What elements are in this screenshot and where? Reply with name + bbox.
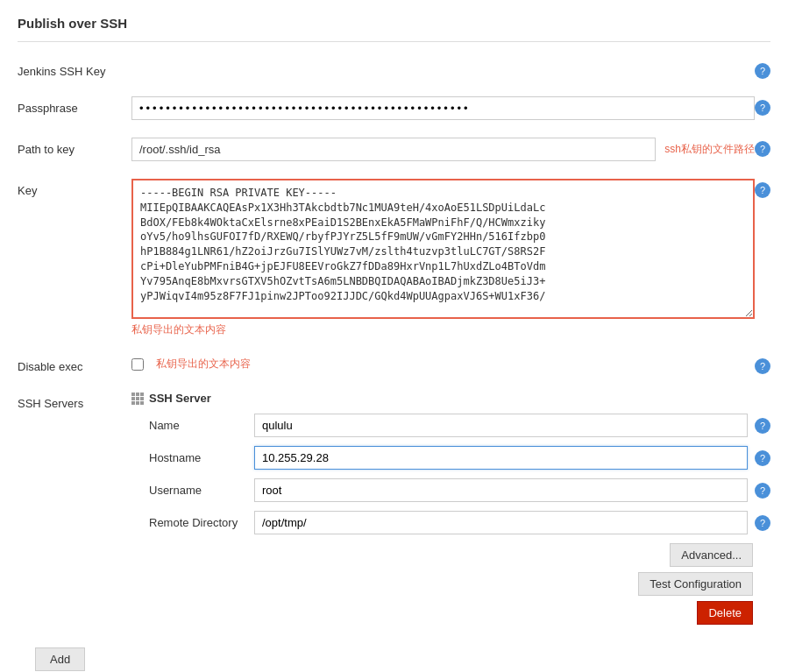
path-input-wrap: ssh私钥的文件路径 [131, 138, 755, 161]
ssh-username-input[interactable] [254, 478, 748, 502]
add-button-wrap: Add [18, 639, 770, 671]
ssh-server-header: SSH Server [131, 392, 770, 405]
passphrase-label: Passphrase [18, 96, 131, 115]
ssh-name-label: Name [149, 419, 254, 432]
disable-exec-control: 私钥导出的文本内容 [131, 355, 755, 371]
path-to-key-hint: ssh私钥的文件路径 [664, 142, 755, 157]
grid-icon [131, 393, 144, 405]
key-control: -----BEGIN RSA PRIVATE KEY----- MIIEpQIB… [131, 179, 755, 337]
delete-button[interactable]: Delete [697, 601, 753, 625]
key-label: Key [18, 179, 131, 197]
key-hint: 私钥导出的文本内容 [131, 322, 226, 337]
ssh-name-input[interactable] [254, 414, 748, 437]
ssh-name-row: Name ? [149, 414, 770, 437]
disable-exec-label: Disable exec [18, 355, 131, 373]
ssh-remote-dir-input[interactable] [254, 511, 748, 534]
ssh-hostname-row: Hostname ? [149, 446, 770, 470]
ssh-remote-dir-help-icon[interactable]: ? [755, 515, 770, 531]
advanced-button[interactable]: Advanced... [670, 543, 753, 567]
ssh-username-label: Username [149, 484, 254, 497]
passphrase-control [131, 96, 755, 120]
ssh-form-content: SSH Server Name ? Hostname ? [131, 392, 770, 625]
ssh-username-row: Username ? [149, 478, 770, 502]
passphrase-help-icon[interactable]: ? [755, 100, 770, 116]
path-to-key-help-icon[interactable]: ? [755, 141, 770, 157]
ssh-remote-dir-row: Remote Directory ? [149, 511, 770, 534]
ssh-servers-control: SSH Server Name ? Hostname ? [131, 392, 770, 625]
ssh-server-label-text: SSH Server [149, 392, 211, 405]
jenkins-ssh-key-label: Jenkins SSH Key [18, 60, 131, 78]
disable-exec-row: Disable exec 私钥导出的文本内容 ? [18, 351, 770, 378]
ssh-remote-dir-label: Remote Directory [149, 516, 254, 529]
disable-exec-help-icon[interactable]: ? [755, 358, 770, 374]
ssh-name-help-icon[interactable]: ? [755, 418, 770, 434]
path-to-key-label: Path to key [18, 138, 131, 156]
disable-exec-hint: 私钥导出的文本内容 [156, 357, 251, 371]
disable-exec-checkbox-wrap: 私钥导出的文本内容 [131, 355, 251, 371]
page-title: Publish over SSH [18, 9, 770, 42]
jenkins-ssh-key-row: Jenkins SSH Key ? [18, 56, 770, 82]
disable-exec-checkbox[interactable] [131, 358, 144, 371]
key-row: Key -----BEGIN RSA PRIVATE KEY----- MIIE… [18, 175, 770, 341]
path-to-key-input[interactable] [131, 138, 656, 161]
ssh-hostname-label: Hostname [149, 451, 254, 464]
ssh-username-help-icon[interactable]: ? [755, 483, 770, 499]
add-button[interactable]: Add [35, 647, 85, 671]
ssh-action-buttons: Advanced... Test Configuration Delete [131, 543, 753, 625]
ssh-hostname-input[interactable] [254, 446, 748, 470]
path-to-key-control: ssh私钥的文件路径 [131, 138, 755, 161]
ssh-sub-form: Name ? Hostname ? Username ? [149, 414, 770, 534]
key-help-icon[interactable]: ? [755, 182, 770, 198]
ssh-servers-label: SSH Servers [18, 392, 131, 410]
passphrase-input[interactable] [131, 96, 755, 120]
ssh-servers-row: SSH Servers SSH Server Name ? [18, 388, 770, 628]
path-to-key-row: Path to key ssh私钥的文件路径 ? [18, 134, 770, 165]
test-configuration-button[interactable]: Test Configuration [638, 572, 753, 596]
key-textarea[interactable]: -----BEGIN RSA PRIVATE KEY----- MIIEpQIB… [131, 179, 755, 319]
ssh-hostname-help-icon[interactable]: ? [755, 450, 770, 466]
jenkins-ssh-key-help-icon[interactable]: ? [755, 63, 770, 79]
passphrase-row: Passphrase ? [18, 93, 770, 124]
